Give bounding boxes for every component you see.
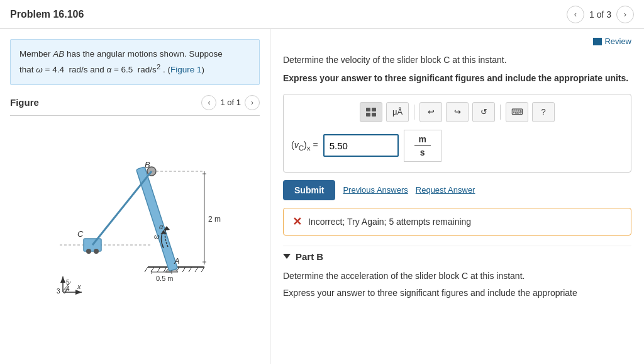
redo-icon: ↪ (454, 107, 461, 117)
figure-section: Figure ‹ 1 of 1 › (0, 95, 270, 311)
toolbar: μÅ ↩ ↪ ↺ ⌨ ? (291, 102, 623, 122)
answer-box: μÅ ↩ ↪ ↺ ⌨ ? (283, 94, 631, 173)
action-row: Submit Previous Answers Request Answer (283, 180, 631, 200)
feedback-x-icon: ✕ (292, 215, 302, 229)
review-link-container: Review (283, 37, 631, 47)
figure-next-button[interactable]: › (245, 95, 260, 110)
main-layout: Member AB has the angular motions shown.… (0, 29, 644, 364)
instruction-text: Express your answer to three significant… (283, 72, 631, 85)
units-numerator: m (414, 134, 431, 146)
reset-icon: ↺ (480, 107, 487, 117)
keyboard-button[interactable]: ⌨ (506, 102, 528, 122)
review-button[interactable]: Review (593, 37, 631, 46)
toolbar-separator-1 (414, 105, 414, 120)
figure-header: Figure ‹ 1 of 1 › (10, 95, 260, 110)
page-indicator: 1 of 3 (589, 9, 611, 20)
units-denominator: s (420, 147, 425, 157)
question-text: Determine the velocity of the slider blo… (283, 54, 631, 67)
label-b: B (145, 160, 150, 169)
figure-link[interactable]: Figure 1 (170, 65, 202, 74)
x-axis-label: x (77, 283, 81, 290)
statement-text: Member AB has the angular motions shown.… (19, 49, 223, 74)
submit-button[interactable]: Submit (283, 180, 335, 200)
svg-rect-34 (366, 108, 370, 111)
svg-point-21 (86, 249, 91, 254)
figure-page-indicator: 1 of 1 (220, 98, 241, 107)
collapse-triangle-icon (283, 254, 291, 259)
svg-line-23 (92, 171, 152, 245)
input-row: (vC)x = m s (291, 130, 623, 162)
svg-line-1 (145, 267, 148, 272)
svg-marker-32 (75, 290, 82, 295)
svg-marker-31 (60, 276, 65, 283)
reset-button[interactable]: ↺ (472, 102, 495, 122)
svg-rect-36 (366, 113, 370, 117)
svg-line-9 (195, 267, 198, 272)
figure-container: B 2 m (10, 122, 260, 311)
input-label: (vC)x = (291, 140, 318, 152)
svg-point-22 (94, 249, 99, 254)
label-c: C (77, 229, 84, 239)
help-button[interactable]: ? (532, 102, 555, 122)
help-icon: ? (541, 107, 545, 117)
dim-2m: 2 m (208, 215, 221, 224)
prev-page-button[interactable]: ‹ (567, 6, 584, 23)
next-page-button[interactable]: › (616, 6, 634, 23)
mu-icon: μÅ (392, 107, 402, 117)
svg-line-7 (182, 267, 186, 272)
label-a: A (174, 256, 180, 266)
undo-icon: ↩ (428, 107, 435, 117)
right-panel: Review Determine the velocity of the sli… (270, 29, 644, 364)
svg-rect-37 (372, 113, 376, 117)
svg-line-3 (157, 267, 160, 272)
units-box: m s (404, 130, 441, 162)
review-label: Review (604, 37, 631, 46)
mechanism-figure: B 2 m (28, 128, 242, 299)
part-b-header[interactable]: Part B (283, 246, 631, 262)
mu-button[interactable]: μÅ (386, 102, 409, 122)
feedback-message: Incorrect; Try Again; 5 attempts remaini… (308, 217, 471, 227)
figure-prev-button[interactable]: ‹ (201, 95, 216, 110)
figure-label: Figure (10, 97, 39, 108)
toolbar-separator-2 (500, 105, 501, 120)
feedback-box: ✕ Incorrect; Try Again; 5 attempts remai… (283, 208, 631, 236)
dim-05m: 0.5 m (156, 275, 174, 282)
matrix-icon (365, 107, 377, 117)
problem-title: Problem 16.106 (10, 9, 84, 20)
figure-nav: ‹ 1 of 1 › (201, 95, 260, 110)
undo-button[interactable]: ↩ (419, 102, 442, 122)
ratio-3: 3 (57, 288, 60, 295)
answer-input[interactable] (323, 134, 399, 157)
svg-line-8 (189, 267, 192, 272)
matrix-button[interactable] (360, 102, 382, 122)
svg-line-10 (201, 267, 204, 272)
redo-button[interactable]: ↪ (446, 102, 469, 122)
nav-controls: ‹ 1 of 3 › (567, 6, 634, 23)
part-b-label: Part B (296, 251, 323, 262)
problem-statement: Member AB has the angular motions shown.… (10, 39, 260, 85)
part-b-text: Determine the acceleration of the slider… (283, 270, 631, 283)
review-icon (593, 38, 602, 45)
left-panel: Member AB has the angular motions shown.… (0, 29, 270, 364)
omega-label: ω (154, 232, 160, 240)
svg-rect-35 (372, 108, 376, 111)
previous-answers-button[interactable]: Previous Answers (343, 185, 408, 195)
keyboard-icon: ⌨ (511, 107, 523, 117)
figure-divider (10, 115, 260, 116)
part-b-instruction: Express your answer to three significant… (283, 287, 631, 300)
alpha-label: α (159, 223, 164, 230)
request-answer-button[interactable]: Request Answer (416, 185, 475, 195)
top-header: Problem 16.106 ‹ 1 of 3 › (0, 0, 644, 29)
